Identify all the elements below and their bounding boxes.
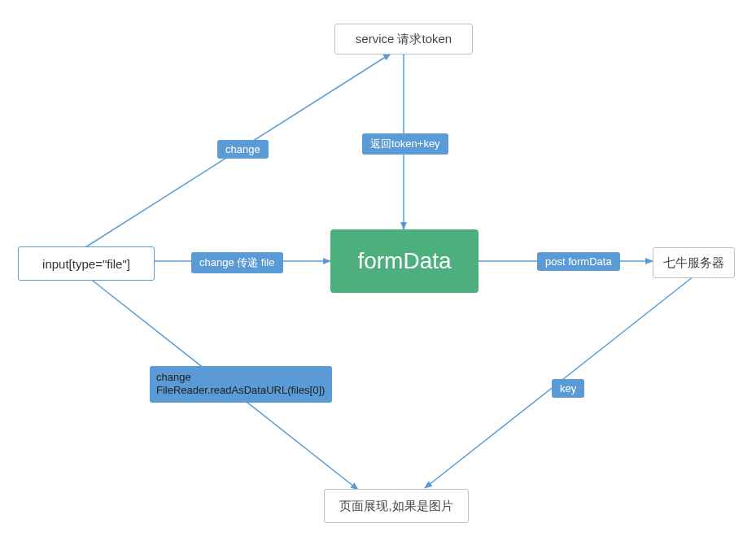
node-display: 页面展现,如果是图片 [324,489,469,523]
node-formData: formData [330,229,479,293]
edge-label-return-token-key: 返回token+key [362,133,448,155]
edge-label-filereader: change FileReader.readAsDataURL(files[0]… [150,366,332,403]
diagram-canvas: { "nodes": { "service": { "label": "serv… [0,0,756,545]
node-qiniu: 七牛服务器 [653,247,735,278]
edge-label-key: key [552,379,584,398]
edge-label-post-formdata: post formData [537,252,620,271]
edge-label-change: change [217,140,269,159]
node-service: service 请求token [334,24,473,54]
node-input: input[type="file"] [18,246,155,281]
edge-label-change-pass-file: change 传递 file [191,252,283,273]
